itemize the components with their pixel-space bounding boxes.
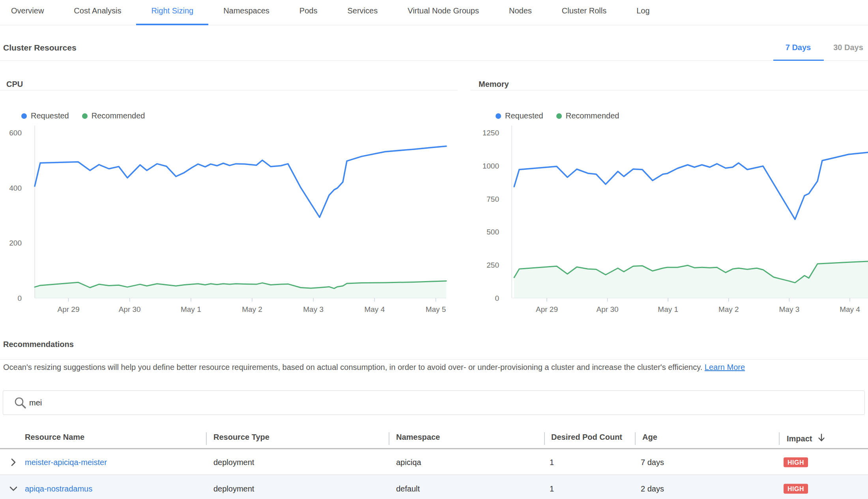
recommendations-description-text: Ocean's resizing suggestions will help y… <box>3 363 705 371</box>
table-row[interactable]: apiqa-nostradamusdeploymentdefault12 day… <box>0 475 868 499</box>
right-sizing-page: OverviewCost AnalysisRight SizingNamespa… <box>0 0 868 499</box>
column-header-age[interactable]: Age <box>642 433 657 442</box>
y-tick-label: 1000 <box>483 162 499 170</box>
range-30-days[interactable]: 30 Days <box>821 43 868 52</box>
x-tick-label: Apr 29 <box>536 305 558 313</box>
tab-nodes[interactable]: Nodes <box>494 0 547 25</box>
x-tick-label: May 2 <box>242 305 262 313</box>
memory-chart: Memory RequestedRecommended 025050075010… <box>471 63 868 328</box>
sort-descending-icon <box>817 433 825 442</box>
tab-label: Nodes <box>509 6 532 15</box>
search-icon <box>14 396 27 410</box>
column-header-label: Impact <box>787 434 812 443</box>
column-separator <box>544 432 545 445</box>
column-header-label: Age <box>642 433 657 441</box>
desired-pod-count-cell: 1 <box>550 484 554 493</box>
y-tick-label: 600 <box>9 129 22 137</box>
y-tick-label: 200 <box>9 239 22 247</box>
tab-cluster-rolls[interactable]: Cluster Rolls <box>547 0 621 25</box>
y-tick-label: 750 <box>486 195 499 203</box>
y-tick-label: 250 <box>486 261 499 269</box>
x-tick-label: May 3 <box>303 305 324 313</box>
table-body: meister-apiciqa-meisterdeploymentapiciqa… <box>0 449 868 499</box>
column-header-namespace[interactable]: Namespace <box>396 433 440 442</box>
recommendations-description: Ocean's resizing suggestions will help y… <box>3 363 745 372</box>
column-separator <box>206 432 207 445</box>
resource-type-cell: deployment <box>213 458 254 467</box>
tab-label: Services <box>347 6 378 15</box>
tab-cost-analysis[interactable]: Cost Analysis <box>59 0 136 25</box>
column-header-resource-name[interactable]: Resource Name <box>25 433 84 442</box>
tab-namespaces[interactable]: Namespaces <box>208 0 284 25</box>
search-input[interactable] <box>28 391 817 414</box>
impact-badge: HIGH <box>784 484 808 494</box>
x-tick-label: May 4 <box>840 305 860 313</box>
column-header-label: Resource Name <box>25 433 84 441</box>
resource-type-cell: deployment <box>213 484 254 493</box>
tab-label: Virtual Node Groups <box>408 6 479 15</box>
expand-row-icon[interactable] <box>9 458 18 467</box>
requested-line <box>35 146 446 217</box>
age-cell: 7 days <box>641 458 664 467</box>
y-tick-label: 0 <box>495 294 499 302</box>
tab-right-sizing[interactable]: Right Sizing <box>136 0 208 25</box>
range-7-days[interactable]: 7 Days <box>771 43 826 52</box>
x-tick-label: May 5 <box>426 305 446 313</box>
cpu-chart-plot: 0200400600Apr 29Apr 30May 1May 2May 3May… <box>0 63 458 328</box>
tab-bar: OverviewCost AnalysisRight SizingNamespa… <box>0 0 868 25</box>
tab-label: Overview <box>11 6 44 15</box>
column-separator <box>635 432 636 445</box>
learn-more-link[interactable]: Learn More <box>705 363 745 371</box>
column-header-resource-type[interactable]: Resource Type <box>213 433 269 442</box>
tab-label: Namespaces <box>223 6 269 15</box>
recommendations-title: Recommendations <box>3 340 74 349</box>
column-header-desired-pod-count[interactable]: Desired Pod Count <box>551 433 622 442</box>
column-header-label: Resource Type <box>213 433 269 441</box>
memory-chart-plot: 025050075010001250Apr 29Apr 30May 1May 2… <box>471 63 868 328</box>
cluster-resources-header: Cluster Resources 7 Days30 Days <box>0 26 868 61</box>
tab-label: Right Sizing <box>151 6 193 15</box>
x-tick-label: May 1 <box>181 305 201 313</box>
recommendations-divider <box>0 359 868 360</box>
requested-line <box>514 152 868 219</box>
age-cell: 2 days <box>641 484 664 493</box>
namespace-cell: apiciqa <box>396 458 421 467</box>
column-header-label: Desired Pod Count <box>551 433 622 441</box>
x-tick-label: May 1 <box>658 305 678 313</box>
x-tick-label: May 2 <box>718 305 739 313</box>
tab-overview[interactable]: Overview <box>0 0 59 25</box>
tab-services[interactable]: Services <box>332 0 393 25</box>
tab-label: Pods <box>299 6 318 15</box>
column-header-impact[interactable]: Impact <box>787 433 825 443</box>
x-tick-label: Apr 30 <box>119 305 141 313</box>
y-tick-label: 500 <box>486 228 499 236</box>
desired-pod-count-cell: 1 <box>550 458 554 467</box>
tab-pods[interactable]: Pods <box>284 0 333 25</box>
column-separator <box>389 432 389 445</box>
namespace-cell: default <box>396 484 420 493</box>
y-tick-label: 0 <box>17 294 22 302</box>
impact-badge: HIGH <box>784 458 808 467</box>
y-tick-label: 1250 <box>483 129 499 137</box>
table-header: Resource NameResource TypeNamespaceDesir… <box>0 428 868 449</box>
resource-name-link[interactable]: apiqa-nostradamus <box>25 484 92 493</box>
active-range-underline <box>773 60 824 61</box>
y-tick-label: 400 <box>9 184 22 192</box>
table-row[interactable]: meister-apiciqa-meisterdeploymentapiciqa… <box>0 449 868 475</box>
column-separator <box>779 432 780 445</box>
tab-virtual-node-groups[interactable]: Virtual Node Groups <box>393 0 494 25</box>
tab-label: Cluster Rolls <box>562 6 606 15</box>
active-tab-underline <box>136 24 208 25</box>
column-header-label: Namespace <box>396 433 440 441</box>
cpu-chart: CPU RequestedRecommended 0200400600Apr 2… <box>0 63 458 328</box>
x-tick-label: May 4 <box>364 305 385 313</box>
section-title-cluster-resources: Cluster Resources <box>3 43 77 53</box>
recommendations-table: Resource NameResource TypeNamespaceDesir… <box>0 428 868 499</box>
x-tick-label: May 3 <box>779 305 800 313</box>
tab-log[interactable]: Log <box>621 0 664 25</box>
x-tick-label: Apr 29 <box>58 305 80 313</box>
tab-label: Log <box>636 6 649 15</box>
collapse-row-icon[interactable] <box>9 484 18 493</box>
tab-label: Cost Analysis <box>74 6 121 15</box>
resource-name-link[interactable]: meister-apiciqa-meister <box>25 458 107 467</box>
